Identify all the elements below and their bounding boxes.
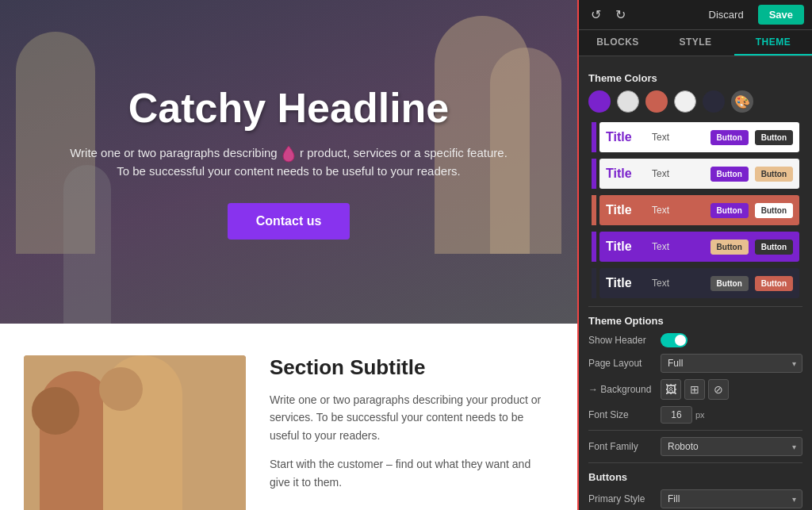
theme-btn1-2[interactable]: Button xyxy=(710,167,749,182)
theme-text-5: Text xyxy=(652,278,704,289)
tab-theme[interactable]: THEME xyxy=(734,30,812,56)
redo-button[interactable]: ↻ xyxy=(611,5,630,25)
page-layout-dropdown-wrapper: Full Boxed Wide ▾ xyxy=(661,354,802,373)
background-label: → Background xyxy=(588,384,656,395)
theme-row-1[interactable]: Title Text Button Button xyxy=(588,121,802,154)
swatch-dark[interactable] xyxy=(703,90,725,113)
primary-style-label: Primary Style xyxy=(588,493,656,504)
discard-button[interactable]: Discard xyxy=(701,5,752,25)
theme-colors-title: Theme Colors xyxy=(588,72,802,84)
tab-blocks[interactable]: BLOCKS xyxy=(579,30,657,56)
theme-text-4: Text xyxy=(652,241,704,252)
font-family-row: Font Family Roboto Arial Georgia Open Sa… xyxy=(588,437,802,456)
tabs-row: BLOCKS STYLE THEME xyxy=(579,30,812,56)
hero-subtext: Write one or two paragraphs describing r… xyxy=(70,144,508,181)
theme-row-2[interactable]: Title Text Button Button xyxy=(588,157,802,190)
swatch-purple[interactable] xyxy=(588,90,611,113)
hero-headline: Catchy Headline xyxy=(70,84,508,132)
save-button[interactable]: Save xyxy=(758,5,804,25)
contact-us-button[interactable]: Contact us xyxy=(228,203,350,240)
preview-area: Catchy Headline Write one or two paragra… xyxy=(0,0,577,510)
swatch-light[interactable] xyxy=(674,90,696,113)
bg-image-button[interactable]: 🖼 xyxy=(661,379,681,400)
font-size-row: Font Size px xyxy=(588,406,802,424)
font-family-label: Font Family xyxy=(588,441,656,452)
divider-1 xyxy=(588,306,802,307)
buttons-title: Buttons xyxy=(588,471,802,483)
page-layout-label: Page Layout xyxy=(588,358,656,369)
theme-indicator-5 xyxy=(592,268,596,298)
section-desc-2: Start with the customer – find out what … xyxy=(270,455,553,491)
toolbar: ↺ ↻ Discard Save xyxy=(579,0,812,30)
panel-content: Theme Colors 🎨 Title Text Button Button xyxy=(579,56,812,510)
theme-title-3: Title xyxy=(606,203,645,217)
theme-body-4: Title Text Button Button xyxy=(599,232,799,262)
theme-row-3[interactable]: Title Text Button Button xyxy=(588,194,802,227)
theme-row-4[interactable]: Title Text Button Button xyxy=(588,230,802,263)
font-size-unit: px xyxy=(695,410,705,420)
hero-content: Catchy Headline Write one or two paragra… xyxy=(70,84,508,240)
theme-body-5: Title Text Button Button xyxy=(599,268,799,298)
font-family-select[interactable]: Roboto Arial Georgia Open Sans xyxy=(661,437,802,456)
theme-title-1: Title xyxy=(606,130,645,144)
theme-row-5[interactable]: Title Text Button Button xyxy=(588,267,802,300)
theme-btn1-5[interactable]: Button xyxy=(710,276,749,291)
page-layout-select[interactable]: Full Boxed Wide xyxy=(661,354,802,373)
theme-btn2-2[interactable]: Button xyxy=(755,167,793,182)
theme-btn2-3[interactable]: Button xyxy=(755,203,793,218)
theme-title-4: Title xyxy=(606,240,645,254)
drop-icon xyxy=(282,145,296,163)
theme-btn1-3[interactable]: Button xyxy=(710,203,749,218)
color-swatches-row: 🎨 xyxy=(588,90,802,113)
tab-style[interactable]: STYLE xyxy=(657,30,734,56)
section-image xyxy=(24,355,246,510)
page-layout-row: Page Layout Full Boxed Wide ▾ xyxy=(588,354,802,373)
theme-btn1-4[interactable]: Button xyxy=(710,240,749,255)
undo-button[interactable]: ↺ xyxy=(587,5,605,25)
swatch-coral[interactable] xyxy=(645,90,668,113)
show-header-label: Show Header xyxy=(588,335,656,346)
theme-indicator-1 xyxy=(592,122,596,152)
theme-title-5: Title xyxy=(606,276,645,290)
swatch-white[interactable] xyxy=(617,90,639,113)
primary-style-select[interactable]: Fill Outline Ghost xyxy=(661,489,802,508)
theme-text-2: Text xyxy=(652,168,704,179)
toggle-thumb xyxy=(675,335,686,346)
primary-style-dropdown-wrapper: Fill Outline Ghost ▾ xyxy=(661,489,802,508)
font-family-dropdown-wrapper: Roboto Arial Georgia Open Sans ▾ xyxy=(661,437,802,456)
section-text: Section Subtitle Write one or two paragr… xyxy=(270,355,553,510)
theme-text-3: Text xyxy=(652,205,704,216)
theme-body-3: Title Text Button Button xyxy=(599,195,799,225)
bg-controls: 🖼 ⊞ ⊘ xyxy=(661,379,729,400)
theme-title-2: Title xyxy=(606,167,645,181)
theme-text-1: Text xyxy=(652,132,704,143)
theme-body-2: Title Text Button Button xyxy=(599,159,799,189)
bg-clear-button[interactable]: ⊘ xyxy=(708,379,729,400)
primary-style-row: Primary Style Fill Outline Ghost ▾ xyxy=(588,489,802,508)
show-header-row: Show Header xyxy=(588,333,802,347)
theme-body-1: Title Text Button Button xyxy=(599,122,799,152)
divider-3 xyxy=(588,462,802,463)
theme-indicator-3 xyxy=(592,195,596,225)
theme-options-title: Theme Options xyxy=(588,315,802,327)
theme-btn2-5[interactable]: Button xyxy=(755,276,793,291)
theme-indicator-4 xyxy=(592,232,596,262)
bg-pattern-button[interactable]: ⊞ xyxy=(684,379,705,400)
theme-btn1-1[interactable]: Button xyxy=(710,130,749,145)
font-size-label: Font Size xyxy=(588,409,656,420)
font-size-control: px xyxy=(661,406,705,424)
theme-btn2-1[interactable]: Button xyxy=(755,130,793,145)
section-two: Section Subtitle Write one or two paragr… xyxy=(0,324,577,510)
theme-indicator-2 xyxy=(592,159,596,189)
background-row: → Background 🖼 ⊞ ⊘ xyxy=(588,379,802,400)
section-desc-1: Write one or two paragraphs describing y… xyxy=(270,391,553,444)
divider-2 xyxy=(588,430,802,431)
show-header-toggle[interactable] xyxy=(661,333,688,347)
font-size-input[interactable] xyxy=(661,406,692,424)
theme-btn2-4[interactable]: Button xyxy=(755,240,793,255)
hero-section: Catchy Headline Write one or two paragra… xyxy=(0,0,577,324)
section-subtitle: Section Subtitle xyxy=(270,355,553,380)
palette-button[interactable]: 🎨 xyxy=(731,90,753,113)
right-panel: ↺ ↻ Discard Save BLOCKS STYLE THEME Them… xyxy=(577,0,812,510)
